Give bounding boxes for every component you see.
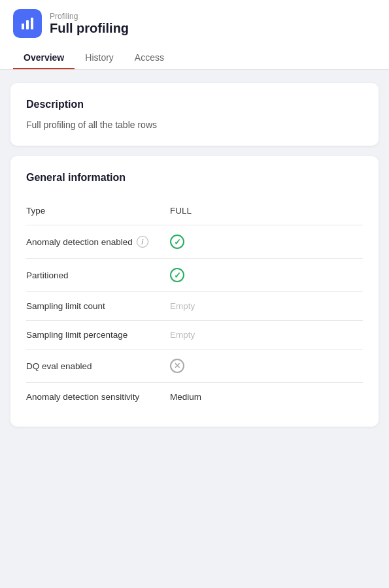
value-anomaly-detection: ✓ xyxy=(170,235,363,249)
header-text: Profiling Full profiling xyxy=(50,12,129,36)
label-sampling-percentage: Sampling limit percentage xyxy=(26,330,170,340)
check-icon-anomaly: ✓ xyxy=(170,235,184,249)
label-anomaly-detection: Anomaly detection enabled i xyxy=(26,236,170,248)
description-card: Description Full profiling of all the ta… xyxy=(10,83,379,146)
row-dq-eval: DQ eval enabled ✕ xyxy=(26,350,363,383)
tabs-row: Overview History Access xyxy=(13,47,376,69)
tab-overview[interactable]: Overview xyxy=(13,47,75,69)
value-anomaly-sensitivity: Medium xyxy=(170,392,363,402)
x-icon-dq-eval: ✕ xyxy=(170,359,184,373)
label-anomaly-sensitivity: Anomaly detection sensitivity xyxy=(26,392,170,402)
description-card-title: Description xyxy=(26,99,363,110)
row-type: Type FULL xyxy=(26,197,363,225)
value-type: FULL xyxy=(170,206,363,216)
chart-bar-icon xyxy=(20,16,35,31)
info-icon-anomaly[interactable]: i xyxy=(137,236,148,248)
app-icon-box xyxy=(13,9,42,38)
description-text: Full profiling of all the table rows xyxy=(26,120,363,130)
row-anomaly-sensitivity: Anomaly detection sensitivity Medium xyxy=(26,383,363,411)
svg-rect-0 xyxy=(22,24,24,29)
top-bar: Profiling Full profiling Overview Histor… xyxy=(0,0,389,70)
tab-history[interactable]: History xyxy=(75,47,124,69)
tab-access[interactable]: Access xyxy=(124,47,175,69)
row-partitioned: Partitioned ✓ xyxy=(26,259,363,292)
label-type: Type xyxy=(26,206,170,216)
row-sampling-count: Sampling limit count Empty xyxy=(26,292,363,321)
general-info-title: General information xyxy=(26,172,363,184)
header-row: Profiling Full profiling xyxy=(13,9,376,38)
check-icon-partitioned: ✓ xyxy=(170,268,184,282)
value-partitioned: ✓ xyxy=(170,268,363,282)
breadcrumb[interactable]: Profiling xyxy=(50,12,129,21)
label-partitioned: Partitioned xyxy=(26,270,170,280)
value-sampling-count: Empty xyxy=(170,301,363,311)
row-sampling-percentage: Sampling limit percentage Empty xyxy=(26,321,363,350)
page-title: Full profiling xyxy=(50,21,129,36)
content-area: Description Full profiling of all the ta… xyxy=(0,70,389,440)
value-sampling-percentage: Empty xyxy=(170,330,363,340)
label-sampling-count: Sampling limit count xyxy=(26,301,170,311)
value-dq-eval: ✕ xyxy=(170,359,363,373)
row-anomaly-detection: Anomaly detection enabled i ✓ xyxy=(26,225,363,259)
svg-rect-1 xyxy=(26,20,29,29)
label-dq-eval: DQ eval enabled xyxy=(26,361,170,371)
svg-rect-2 xyxy=(31,18,33,29)
general-info-card: General information Type FULL Anomaly de… xyxy=(10,156,379,427)
